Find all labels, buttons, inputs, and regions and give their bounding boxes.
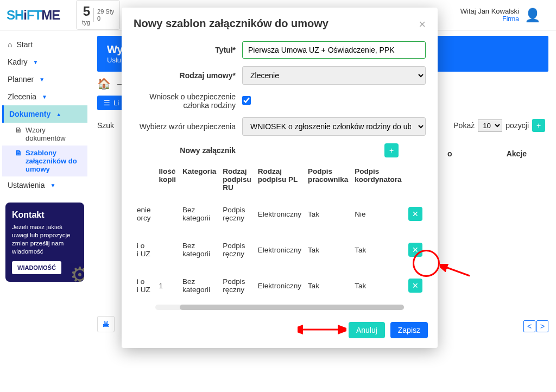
gears-icon: ⚙: [70, 262, 84, 282]
caret-icon: ▲: [56, 111, 61, 117]
col-kategoria: Kategoria: [179, 163, 219, 196]
table-row: i oi UZ Bez kategorii Podpis ręczny Elek…: [134, 232, 426, 268]
col-akcje: Akcje: [507, 149, 527, 158]
caret-icon: ▼: [39, 77, 45, 83]
contact-title: Kontakt: [12, 210, 78, 220]
label-new-attachment: Nowy załącznik: [134, 146, 242, 155]
doc-icon: 🗎: [15, 126, 22, 142]
contact-button[interactable]: WIADOMOŚĆ: [12, 261, 61, 274]
next-page[interactable]: >: [536, 320, 548, 332]
label-contract-type: Rodzaj umowy*: [134, 71, 242, 80]
home-icon[interactable]: 🏠: [97, 77, 111, 90]
date-line1: 29 Sty: [97, 8, 114, 15]
col-blank: [134, 163, 155, 196]
col-pracownik: Podpis pracownika: [305, 163, 351, 196]
contract-type-select[interactable]: Zlecenie: [242, 66, 426, 85]
col-ilosc: Ilość kopii: [155, 163, 179, 196]
table-row: i oi UZ 1 Bez kategorii Podpis ręczny El…: [134, 268, 426, 304]
app-logo[interactable]: SHiFTME: [7, 8, 60, 23]
contact-box: Kontakt Jeżeli masz jakieś uwagi lub pro…: [5, 203, 84, 282]
label-choose-template: Wybierz wzór ubezpieczenia: [134, 122, 242, 131]
col-o: o: [447, 149, 452, 158]
save-button[interactable]: Zapisz: [390, 322, 428, 338]
user-icon: 👤: [525, 8, 541, 23]
delete-row-button[interactable]: ✕: [408, 243, 422, 257]
week-label: tyg: [82, 19, 90, 26]
list-icon: ☰: [104, 99, 110, 107]
col-podpis-pl: Rodzaj podpisu PL: [255, 163, 305, 196]
attachments-table: Ilość kopii Kategoria Rodzaj podpisu RU …: [134, 163, 426, 304]
print-button[interactable]: 🖶: [97, 316, 115, 332]
page-size-select[interactable]: 10: [478, 119, 502, 132]
delete-row-button[interactable]: ✕: [408, 207, 422, 221]
date-line2: 0: [97, 15, 114, 22]
nav-sub-szablony[interactable]: 🗎Szablony załączników do umowy: [2, 146, 87, 176]
caret-icon: ▼: [50, 182, 55, 188]
add-button[interactable]: +: [532, 119, 545, 132]
insurance-checkbox[interactable]: [242, 96, 251, 105]
nav-kadry[interactable]: Kadry▼: [2, 53, 87, 71]
prev-page[interactable]: <: [523, 320, 535, 332]
attachment-template-modal: Nowy szablon załączników do umowy × Tytu…: [122, 8, 438, 348]
caret-icon: ▼: [33, 59, 39, 65]
nav-start[interactable]: ⌂Start: [2, 36, 87, 53]
user-firm[interactable]: Firma: [460, 15, 519, 23]
date-block: 5 tyg 29 Sty 0: [76, 0, 120, 29]
horizontal-scrollbar[interactable]: [155, 305, 404, 310]
col-podpis-ru: Rodzaj podpisu RU: [219, 163, 254, 196]
home-icon: ⌂: [8, 40, 12, 49]
nav-planner[interactable]: Planner▼: [2, 71, 87, 88]
week-number: 5: [82, 4, 90, 19]
nav-zlecenia[interactable]: Zlecenia▼: [2, 88, 87, 105]
page-size-row: Pokaż 10 pozycji +: [453, 119, 545, 132]
label-insurance-request: Wniosek o ubezpieczenie członka rodziny: [134, 92, 242, 110]
title-input[interactable]: [242, 41, 426, 59]
nav-ustawienia[interactable]: Ustawienia▼: [2, 176, 87, 194]
user-greeting: Witaj Jan Kowalski: [460, 7, 519, 15]
contact-text: Jeżeli masz jakieś uwagi lub propozycje …: [12, 223, 78, 256]
cancel-button[interactable]: Anuluj: [349, 322, 385, 338]
add-attachment-button[interactable]: +: [384, 143, 399, 157]
label-title: Tytuł*: [134, 46, 242, 54]
close-icon[interactable]: ×: [419, 17, 426, 31]
search-label: Szuk: [97, 121, 114, 130]
table-row: enieorcy Bez kategorii Podpis ręczny Ele…: [134, 196, 426, 232]
caret-icon: ▼: [42, 94, 47, 100]
insurance-template-select[interactable]: WNIOSEK o zgłoszenie członków rodziny do…: [242, 117, 426, 136]
sidebar: ⌂Start Kadry▼ Planner▼ Zlecenia▼ Dokumen…: [0, 30, 90, 392]
modal-title: Nowy szablon załączników do umowy: [134, 17, 328, 30]
col-koordynator: Podpis koordynatora: [351, 163, 405, 196]
nav-dokumenty[interactable]: Dokumenty▲: [2, 105, 87, 123]
attachments-table-wrap: Ilość kopii Kategoria Rodzaj podpisu RU …: [134, 163, 426, 311]
pager: < >: [523, 320, 548, 332]
user-block[interactable]: Witaj Jan Kowalski Firma 👤: [452, 4, 549, 26]
nav-sub-wzory[interactable]: 🗎Wzory dokumentów: [2, 123, 87, 146]
delete-row-button[interactable]: ✕: [408, 279, 422, 293]
doc-icon: 🗎: [15, 149, 22, 173]
